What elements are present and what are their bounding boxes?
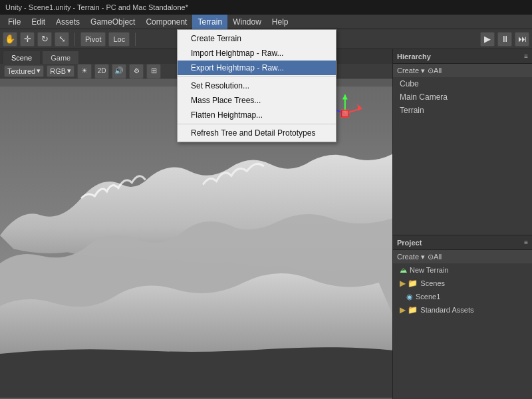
move-tool-icon[interactable]: ✛ <box>20 32 35 47</box>
menu-separator-1 <box>178 76 336 77</box>
project-menu-icon[interactable]: ≡ <box>524 239 528 246</box>
main-area: Scene Game Textured ▾ RGB ▾ ☀ 2D 🔊 ⚙ ⊞ <box>0 49 532 399</box>
project-create-label: Create ▾ <box>397 253 425 261</box>
pause-icon[interactable]: ⏸ <box>497 32 512 47</box>
tab-scene-label: Scene <box>11 54 32 62</box>
toolbar-separator-1 <box>74 33 75 46</box>
project-item-scene1[interactable]: ◉ Scene1 <box>393 290 532 303</box>
rgb-dropdown[interactable]: RGB ▾ <box>47 65 74 77</box>
menu-edit[interactable]: Edit <box>26 15 51 29</box>
project-item-scenes-folder[interactable]: ▶ 📁 Scenes <box>393 277 532 290</box>
pivot-label: Pivot <box>85 35 101 43</box>
hierarchy-title: Hierarchy <box>397 53 431 61</box>
hierarchy-create-label: Create ▾ <box>397 66 425 75</box>
project-header: Project ≡ <box>393 235 532 250</box>
textured-arrow: ▾ <box>37 66 41 75</box>
step-icon[interactable]: ⏭ <box>515 32 529 47</box>
hierarchy-cube-label: Cube <box>400 79 419 88</box>
hierarchy-panel: Hierarchy ≡ Create ▾ ⊙All Cube Main Came… <box>393 49 532 235</box>
hierarchy-item-terrain[interactable]: Terrain <box>393 104 532 117</box>
menu-file[interactable]: File <box>3 15 26 29</box>
project-standardassets-label: Standard Assets <box>420 306 473 314</box>
rgb-arrow: ▾ <box>67 66 71 75</box>
project-newterrain-label: New Terrain <box>410 266 449 274</box>
hierarchy-item-cube[interactable]: Cube <box>393 77 532 90</box>
tab-scene[interactable]: Scene <box>3 51 41 64</box>
scale-tool-icon[interactable]: ⤡ <box>55 32 69 47</box>
title-bar: Unity - Scene1.unity - Terrain - PC and … <box>0 0 532 15</box>
menu-help[interactable]: Help <box>267 15 294 29</box>
tab-game-label: Game <box>51 54 70 62</box>
menu-gameobject[interactable]: GameObject <box>85 15 140 29</box>
local-button[interactable]: Loc <box>108 32 130 47</box>
menu-bar: File Edit Assets GameObject Component Te… <box>0 15 532 29</box>
menu-window[interactable]: Window <box>227 15 267 29</box>
scenes-folder-icon: ▶ 📁 <box>400 279 418 288</box>
textured-label: Textured <box>7 67 35 75</box>
menu-export-heightmap[interactable]: Export Heightmap - Raw... <box>178 61 336 75</box>
terrain-file-icon: ⛰ <box>400 266 407 274</box>
menu-import-heightmap[interactable]: Import Heightmap - Raw... <box>178 46 336 61</box>
scene1-icon: ◉ <box>406 293 413 301</box>
menu-terrain[interactable]: Terrain <box>192 15 227 29</box>
menu-mass-place-trees[interactable]: Mass Place Trees... <box>178 93 336 108</box>
hierarchy-maincamera-label: Main Camera <box>400 92 448 102</box>
menu-create-terrain[interactable]: Create Terrain <box>178 31 336 46</box>
menu-separator-2 <box>178 124 336 124</box>
menu-set-resolution[interactable]: Set Resolution... <box>178 78 336 93</box>
project-panel: Project ≡ Create ▾ ⊙All ⛰ New Terrain ▶ … <box>393 235 532 399</box>
light-icon[interactable]: ☀ <box>77 64 92 78</box>
audio-icon[interactable]: 🔊 <box>112 64 126 78</box>
2d-icon[interactable]: 2D <box>94 64 109 78</box>
grid-icon[interactable]: ⊞ <box>146 64 161 78</box>
project-filter-icon[interactable]: ⊙All <box>428 253 442 261</box>
hierarchy-menu-icon[interactable]: ≡ <box>524 53 528 60</box>
project-scene1-label: Scene1 <box>416 293 440 301</box>
project-item-standardassets[interactable]: ▶ 📁 Standard Assets <box>393 303 532 317</box>
fx-icon[interactable]: ⚙ <box>129 64 144 78</box>
hand-tool-icon[interactable]: ✋ <box>3 32 17 47</box>
toolbar-separator-2 <box>135 33 136 46</box>
standardassets-folder-icon: ▶ 📁 <box>400 305 418 315</box>
hierarchy-terrain-label: Terrain <box>400 106 424 115</box>
project-title: Project <box>397 239 422 247</box>
hierarchy-search: Create ▾ ⊙All <box>393 64 532 77</box>
textured-dropdown[interactable]: Textured ▾ <box>4 65 44 77</box>
hierarchy-item-maincamera[interactable]: Main Camera <box>393 90 532 104</box>
hierarchy-header: Hierarchy ≡ <box>393 49 532 64</box>
tab-game[interactable]: Game <box>42 51 79 64</box>
project-scenes-label: Scenes <box>420 279 445 287</box>
terrain-menu: Create Terrain Import Heightmap - Raw...… <box>177 29 336 142</box>
play-icon[interactable]: ▶ <box>480 32 495 47</box>
rgb-label: RGB <box>50 67 66 75</box>
hierarchy-filter-icon[interactable]: ⊙All <box>428 66 442 75</box>
project-item-newterrain[interactable]: ⛰ New Terrain <box>393 263 532 277</box>
menu-component[interactable]: Component <box>140 15 192 29</box>
right-panel: Hierarchy ≡ Create ▾ ⊙All Cube Main Came… <box>392 49 532 399</box>
menu-assets[interactable]: Assets <box>51 15 85 29</box>
project-search: Create ▾ ⊙All <box>393 250 532 263</box>
rotate-tool-icon[interactable]: ↻ <box>37 32 52 47</box>
title-text: Unity - Scene1.unity - Terrain - PC and … <box>5 3 188 11</box>
svg-rect-7 <box>341 110 349 118</box>
menu-refresh-tree[interactable]: Refresh Tree and Detail Prototypes <box>178 126 336 140</box>
menu-flatten-heightmap[interactable]: Flatten Heightmap... <box>178 108 336 122</box>
local-label: Loc <box>113 35 125 43</box>
pivot-button[interactable]: Pivot <box>80 32 106 47</box>
